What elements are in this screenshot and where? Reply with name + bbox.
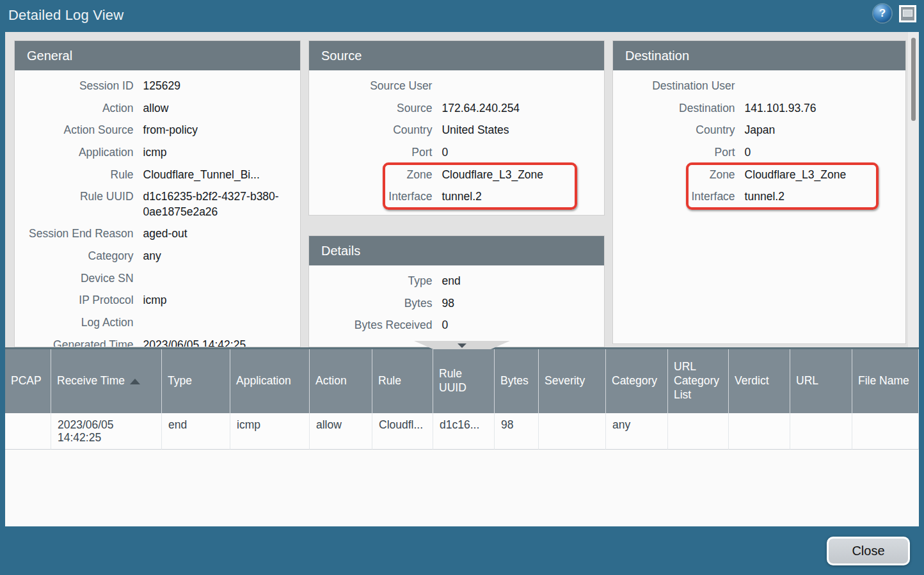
column-header-label: PCAP: [11, 374, 42, 388]
field-value-category: any: [143, 249, 294, 264]
field-row-interface: Interfacetunnel.2: [309, 186, 604, 209]
field-row-session-end-reason: Session End Reasonaged-out: [15, 223, 300, 246]
page-title: Detailed Log View: [8, 7, 123, 24]
field-label-rule-uuid: Rule UUID: [15, 189, 143, 205]
column-header-rule-uuid[interactable]: Rule UUID: [433, 349, 495, 413]
cell-application: icmp: [230, 413, 310, 450]
highlighted-fields-group: ZoneCloudflare_L3_ZoneInterfacetunnel.2: [613, 164, 905, 209]
field-value-port: 0: [442, 145, 598, 161]
field-row-destination: Destination141.101.93.76: [613, 98, 905, 120]
field-row-interface: Interfacetunnel.2: [613, 186, 905, 209]
column-header-type[interactable]: Type: [162, 349, 230, 413]
column-header-label: Type: [168, 374, 192, 388]
field-value-rule-uuid: d1c16235-b2f2-4327-b380-0ae1875e2a26: [143, 189, 294, 219]
cell-url-category-list: [668, 413, 729, 450]
column-header-url[interactable]: URL: [790, 349, 852, 413]
field-value-action-source: from-policy: [143, 123, 294, 138]
titlebar-icons: ?: [873, 4, 916, 22]
field-label-bytes: Bytes: [309, 296, 442, 311]
cell-receive-time: 2023/06/05 14:42:25: [51, 413, 162, 450]
log-table-section: PCAPReceive TimeTypeApplicationActionRul…: [5, 347, 919, 526]
middle-column: Source Source UserSource172.64.240.254Co…: [308, 40, 605, 347]
field-label-session-end-reason: Session End Reason: [15, 226, 143, 242]
field-label-generated-time: Generated Time: [15, 338, 143, 348]
field-label-interface: Interface: [309, 189, 442, 205]
field-value-interface: tunnel.2: [745, 189, 899, 205]
details-panel-body: TypeendBytes98Bytes Received0: [309, 265, 604, 337]
field-label-log-action: Log Action: [15, 315, 143, 331]
field-row-source: Source172.64.240.254: [309, 98, 604, 120]
column-header-category[interactable]: Category: [606, 349, 668, 413]
column-header-bytes[interactable]: Bytes: [495, 349, 539, 413]
field-label-bytes-received: Bytes Received: [309, 318, 442, 333]
field-label-rule: Rule: [15, 168, 143, 183]
field-label-interface: Interface: [613, 189, 745, 205]
field-label-country: Country: [613, 123, 745, 138]
general-panel: General Session ID125629ActionallowActio…: [14, 40, 301, 347]
vertical-scrollbar[interactable]: [908, 32, 919, 347]
column-header-verdict[interactable]: Verdict: [729, 349, 790, 413]
field-label-port: Port: [309, 145, 442, 161]
column-header-rule[interactable]: Rule: [372, 349, 433, 413]
column-header-label: Rule UUID: [439, 367, 490, 395]
table-row[interactable]: 2023/06/05 14:42:25endicmpallowCloudfl..…: [5, 413, 919, 450]
field-label-category: Category: [15, 249, 143, 264]
column-header-receive-time[interactable]: Receive Time: [51, 349, 162, 413]
field-label-action-source: Action Source: [15, 123, 143, 138]
field-row-zone: ZoneCloudflare_L3_Zone: [613, 164, 905, 187]
detailed-log-view-dialog: Detailed Log View ? General Session ID12…: [0, 0, 924, 575]
column-header-action[interactable]: Action: [310, 349, 372, 413]
field-value-destination: 141.101.93.76: [745, 101, 899, 116]
column-header-url-category-list[interactable]: URL Category List: [668, 349, 729, 413]
field-row-source-user: Source User: [309, 75, 604, 98]
column-header-label: Bytes: [500, 374, 529, 388]
field-value-session-end-reason: aged-out: [143, 226, 294, 242]
sort-ascending-icon: [130, 379, 140, 384]
cell-pcap: [5, 413, 51, 450]
titlebar: Detailed Log View ?: [0, 0, 924, 32]
column-header-application[interactable]: Application: [230, 349, 310, 413]
column-header-label: URL: [796, 374, 818, 388]
destination-column: Destination Destination UserDestination1…: [612, 40, 906, 347]
field-label-action: Action: [15, 101, 143, 116]
field-row-generated-time: Generated Time2023/06/05 14:42:25: [15, 335, 300, 348]
field-row-zone: ZoneCloudflare_L3_Zone: [309, 164, 604, 187]
column-header-pcap[interactable]: PCAP: [5, 349, 51, 413]
scrollbar-thumb[interactable]: [911, 38, 916, 121]
field-value-source: 172.64.240.254: [442, 101, 598, 116]
cell-rule: Cloudfl...: [372, 413, 433, 450]
field-label-zone: Zone: [309, 168, 442, 183]
field-row-port: Port0: [613, 142, 905, 164]
general-panel-title: General: [15, 41, 300, 70]
field-label-port: Port: [613, 145, 745, 161]
window-restore-icon[interactable]: [899, 5, 916, 22]
column-header-severity[interactable]: Severity: [539, 349, 606, 413]
field-value-country: United States: [442, 123, 598, 138]
help-icon[interactable]: ?: [873, 4, 891, 22]
cell-type: end: [162, 413, 230, 450]
field-label-type: Type: [309, 274, 442, 289]
general-column: General Session ID125629ActionallowActio…: [14, 40, 301, 347]
log-table-body: 2023/06/05 14:42:25endicmpallowCloudfl..…: [5, 413, 919, 450]
cell-bytes: 98: [495, 413, 539, 450]
field-row-bytes-received: Bytes Received0: [309, 315, 604, 337]
column-header-file-name[interactable]: File Name: [852, 349, 919, 413]
field-row-bytes: Bytes98: [309, 293, 604, 315]
field-row-country: CountryUnited States: [309, 120, 604, 142]
column-header-label: Category: [612, 374, 657, 388]
field-row-action: Actionallow: [15, 98, 300, 120]
close-button[interactable]: Close: [827, 537, 910, 565]
field-label-source-user: Source User: [309, 79, 442, 94]
field-row-port: Port0: [309, 142, 604, 164]
field-value-zone: Cloudflare_L3_Zone: [745, 168, 899, 183]
destination-panel-title: Destination: [613, 41, 905, 70]
chevron-down-icon: [458, 343, 466, 348]
destination-panel-body: Destination UserDestination141.101.93.76…: [613, 70, 905, 209]
column-header-label: Receive Time: [57, 374, 125, 388]
field-value-ip-protocol: icmp: [143, 293, 294, 308]
field-value-interface: tunnel.2: [442, 189, 598, 205]
field-label-session-id: Session ID: [15, 79, 143, 94]
field-value-session-id: 125629: [143, 79, 294, 94]
cell-verdict: [729, 413, 790, 450]
field-value-action: allow: [143, 101, 294, 116]
